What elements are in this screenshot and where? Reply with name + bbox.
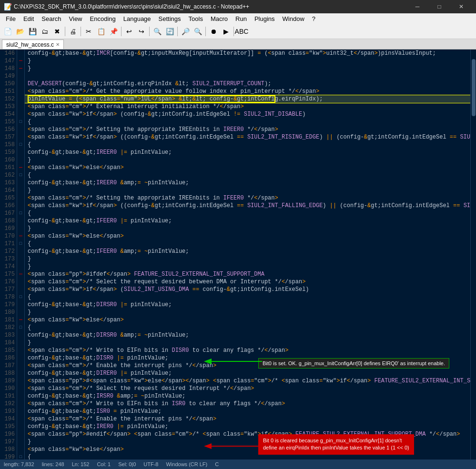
menu-bar: File Edit Search View Encoding Language … bbox=[0, 13, 476, 24]
code-line-146[interactable]: config-&gt;base-&gt;IMCR[config-&gt;inpu… bbox=[25, 50, 470, 57]
maximize-button[interactable]: □ bbox=[428, 0, 450, 13]
macro-play-button[interactable]: ▶ bbox=[220, 26, 232, 37]
code-line-173[interactable]: } bbox=[25, 255, 470, 263]
code-line-155[interactable]: { bbox=[25, 118, 470, 126]
code-line-182[interactable]: { bbox=[25, 324, 470, 331]
menu-view[interactable]: View bbox=[65, 13, 86, 24]
tab-close-icon[interactable]: ✕ bbox=[56, 42, 60, 47]
code-line-193[interactable]: config-&gt;base-&gt;ISR0 = pinIntValue; bbox=[25, 408, 470, 415]
code-line-147[interactable]: } bbox=[25, 57, 470, 65]
code-line-179[interactable]: config-&gt;base-&gt;DIRSR0 |= pinIntValu… bbox=[25, 301, 470, 309]
code-content[interactable]: config-&gt;base-&gt;IMCR[config-&gt;inpu… bbox=[25, 50, 470, 459]
paste-button[interactable]: 📌 bbox=[108, 26, 119, 37]
menu-plugins[interactable]: Plugins bbox=[251, 13, 279, 24]
menu-window[interactable]: Window bbox=[279, 13, 308, 24]
code-line-171[interactable]: { bbox=[25, 240, 470, 248]
code-line-164[interactable]: } bbox=[25, 187, 470, 194]
code-line-154[interactable]: <span class="kw">if</span> (config-&gt;i… bbox=[25, 110, 470, 118]
code-line-170[interactable]: <span class="kw">else</span> bbox=[25, 232, 470, 240]
code-line-176[interactable]: <span class="cm">/* Select the request d… bbox=[25, 278, 470, 286]
new-button[interactable]: 📄 bbox=[2, 26, 13, 37]
save-button[interactable]: 💾 bbox=[27, 26, 38, 37]
code-line-183[interactable]: config-&gt;base-&gt;DIRSR0 &amp;= ~pinIn… bbox=[25, 331, 470, 339]
code-line-148[interactable]: } bbox=[25, 65, 470, 72]
annotation-green-bubble: Bit0 is set. OK. g_pin_mux_InitConfigArr… bbox=[258, 358, 449, 369]
code-line-172[interactable]: config-&gt;base-&gt;IFEER0 &amp;= ~pinIn… bbox=[25, 248, 470, 255]
code-line-159[interactable]: config-&gt;base-&gt;IREER0 |= pinIntValu… bbox=[25, 149, 470, 156]
title-bar: 📝 C:\NXP\S32_SDK_RTM_3.0.0\platform\driv… bbox=[0, 0, 476, 13]
code-line-175[interactable]: <span class="pp">#ifdef</span> FEATURE_S… bbox=[25, 270, 470, 278]
code-line-150[interactable]: DEV_ASSERT(config-&gt;intConfig.eirqPinI… bbox=[25, 80, 470, 88]
syntax-button[interactable]: ABC bbox=[236, 26, 247, 37]
macro-record-button[interactable]: ⏺ bbox=[208, 26, 219, 37]
menu-file[interactable]: File bbox=[2, 13, 20, 24]
code-line-174[interactable]: } bbox=[25, 263, 470, 270]
code-line-156[interactable]: <span class="cm">/* Setting the appropri… bbox=[25, 126, 470, 133]
menu-search[interactable]: Search bbox=[38, 13, 65, 24]
zoom-out-button[interactable]: 🔍 bbox=[192, 26, 203, 37]
print-button[interactable]: 🖨 bbox=[67, 26, 79, 37]
close-doc-button[interactable]: ✖ bbox=[51, 26, 63, 37]
zoom-in-button[interactable]: 🔎 bbox=[180, 26, 191, 37]
code-area[interactable]: 1461471481491501511521531541551561571581… bbox=[0, 50, 476, 459]
code-line-149[interactable] bbox=[25, 72, 470, 80]
code-line-169[interactable]: } bbox=[25, 225, 470, 232]
code-line-166[interactable]: <span class="kw">if</span> ((config-&gt;… bbox=[25, 202, 470, 210]
code-line-162[interactable]: { bbox=[25, 171, 470, 179]
menu-tools[interactable]: Tools bbox=[185, 13, 207, 24]
menu-help[interactable]: ? bbox=[308, 13, 319, 24]
annotation-red-bubble: Bit 0 is cleared because g_pin_mux_InitC… bbox=[258, 434, 414, 455]
code-line-180[interactable]: } bbox=[25, 309, 470, 316]
status-ln: Ln: 152 bbox=[72, 461, 90, 467]
code-line-161[interactable]: <span class="kw">else</span> bbox=[25, 164, 470, 171]
code-line-158[interactable]: { bbox=[25, 141, 470, 149]
menu-macro[interactable]: Macro bbox=[207, 13, 232, 24]
line-numbers: 1461471481491501511521531541551561571581… bbox=[0, 50, 17, 459]
code-line-157[interactable]: <span class="kw">if</span> ((config-&gt;… bbox=[25, 133, 470, 141]
copy-button[interactable]: 📋 bbox=[95, 26, 107, 37]
code-line-190[interactable]: <span class="cm">/* Select the request d… bbox=[25, 385, 470, 392]
app-icon: 📝 bbox=[4, 3, 12, 10]
close-button[interactable]: ✕ bbox=[450, 0, 472, 13]
code-line-188[interactable]: config-&gt;base-&gt;DIRER0 |= pinIntValu… bbox=[25, 369, 470, 377]
code-line-181[interactable]: <span class="kw">else</span> bbox=[25, 316, 470, 324]
tab-bar: siul2_hw_access.c ✕ bbox=[0, 39, 476, 50]
save-all-button[interactable]: 🗂 bbox=[39, 26, 51, 37]
status-bar: length: 7,832 lines: 248 Ln: 152 Col: 1 … bbox=[0, 459, 476, 469]
green-arrow-icon bbox=[201, 354, 263, 369]
tab-siul2[interactable]: siul2_hw_access.c ✕ bbox=[2, 40, 64, 49]
code-line-185[interactable]: <span class="cm">/* Write to EIFn bits i… bbox=[25, 347, 470, 354]
code-line-151[interactable]: <span class="cm">/* Get the appropriate … bbox=[25, 88, 470, 95]
code-line-194[interactable]: <span class="cm">/* Enable the interrupt… bbox=[25, 415, 470, 423]
open-button[interactable]: 📂 bbox=[14, 26, 26, 37]
code-line-163[interactable]: config-&gt;base-&gt;IREER0 &amp;= ~pinIn… bbox=[25, 179, 470, 187]
find-button[interactable]: 🔍 bbox=[152, 26, 163, 37]
menu-edit[interactable]: Edit bbox=[20, 13, 38, 24]
code-line-189[interactable]: <span class="pp">#<span class="kw">else<… bbox=[25, 377, 470, 385]
undo-button[interactable]: ↩ bbox=[123, 26, 135, 37]
code-line-191[interactable]: config-&gt;base-&gt;IRSR0 &amp;= ~pinInt… bbox=[25, 392, 470, 400]
menu-run[interactable]: Run bbox=[232, 13, 251, 24]
code-line-152[interactable]: pinIntValue = (<span class="num">1UL</sp… bbox=[25, 95, 470, 103]
code-line-177[interactable]: <span class="kw">if</span> (SIUL2_INT_US… bbox=[25, 286, 470, 293]
menu-language[interactable]: Language bbox=[120, 13, 155, 24]
minimize-button[interactable]: ─ bbox=[406, 0, 428, 13]
code-line-160[interactable]: } bbox=[25, 156, 470, 164]
redo-button[interactable]: ↪ bbox=[136, 26, 147, 37]
replace-button[interactable]: 🔄 bbox=[164, 26, 175, 37]
cut-button[interactable]: ✂ bbox=[83, 26, 94, 37]
code-line-165[interactable]: <span class="cm">/* Setting the appropri… bbox=[25, 194, 470, 202]
code-line-167[interactable]: { bbox=[25, 210, 470, 217]
code-line-178[interactable]: { bbox=[25, 293, 470, 301]
code-line-192[interactable]: <span class="cm">/* Write to EIFn bits i… bbox=[25, 400, 470, 408]
scrollbar-thumb[interactable] bbox=[472, 59, 476, 116]
code-line-168[interactable]: config-&gt;base-&gt;IFEER0 |= pinIntValu… bbox=[25, 217, 470, 225]
vertical-scrollbar[interactable] bbox=[470, 50, 476, 459]
code-line-195[interactable]: config-&gt;base-&gt;IRER0 |= pinIntValue… bbox=[25, 423, 470, 430]
code-line-153[interactable]: <span class="cm">/* External interrupt i… bbox=[25, 103, 470, 110]
toolbar-sep-6 bbox=[205, 27, 206, 36]
menu-encoding[interactable]: Encoding bbox=[86, 13, 120, 24]
code-line-184[interactable]: } bbox=[25, 339, 470, 347]
menu-settings[interactable]: Settings bbox=[155, 13, 185, 24]
title-text: C:\NXP\S32_SDK_RTM_3.0.0\platform\driver… bbox=[14, 3, 249, 10]
